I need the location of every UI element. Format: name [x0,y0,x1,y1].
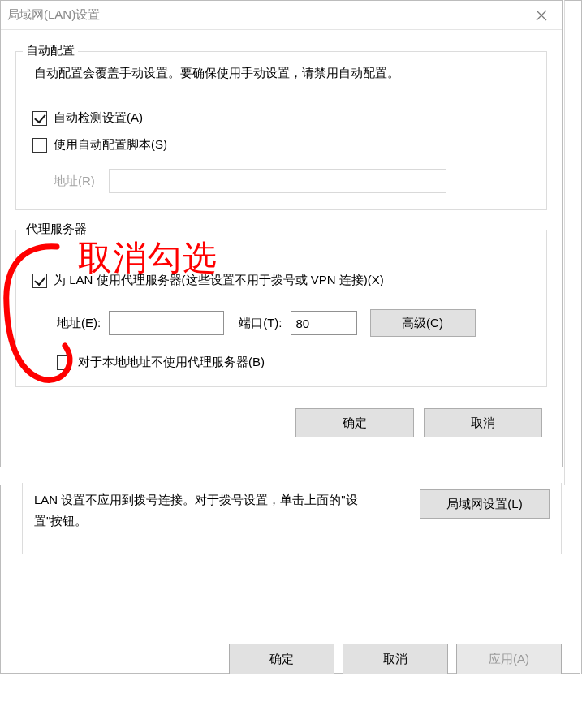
bypass-local-row[interactable]: 对于本地地址不使用代理服务器(B) [57,355,535,370]
auto-script-label: 使用自动配置脚本(S) [54,137,167,153]
parent-cancel-button[interactable]: 取消 [343,644,448,674]
bypass-local-label: 对于本地地址不使用代理服务器(B) [78,355,265,370]
parent-lan-group: LAN 设置不应用到拨号连接。对于拨号设置，单击上面的"设置"按钮。 局域网设置… [22,483,562,554]
lan-settings-button[interactable]: 局域网设置(L) [420,489,550,519]
titlebar: 局域网(LAN)设置 [1,1,562,30]
auto-detect-checkbox[interactable] [32,111,47,126]
parent-dialog-body: LAN 设置不应用到拨号连接。对于拨号设置，单击上面的"设置"按钮。 局域网设置… [0,485,580,674]
proxy-port-input[interactable] [291,311,357,335]
lan-settings-dialog: 局域网(LAN)设置 自动配置 自动配置会覆盖手动设置。要确保使用手动设置，请禁… [0,0,563,467]
use-proxy-label: 为 LAN 使用代理服务器(这些设置不用于拨号或 VPN 连接)(X) [54,273,384,288]
script-address-row: 地址(R) [54,169,535,193]
parent-lan-desc: LAN 设置不应用到拨号连接。对于拨号设置，单击上面的"设置"按钮。 [34,489,383,531]
advanced-button[interactable]: 高级(C) [370,309,476,337]
script-address-input [109,169,446,193]
proxy-address-row: 地址(E): 端口(T): 高级(C) [57,309,535,337]
dialog-title: 局域网(LAN)设置 [7,7,100,23]
bypass-local-checkbox[interactable] [57,355,71,370]
auto-config-group: 自动配置 自动配置会覆盖手动设置。要确保使用手动设置，请禁用自动配置。 自动检测… [15,51,547,210]
dialog-button-row: 确定 取消 [15,387,547,452]
proxy-group: 代理服务器 为 LAN 使用代理服务器(这些设置不用于拨号或 VPN 连接)(X… [15,230,547,387]
parent-apply-button: 应用(A) [456,644,562,674]
proxy-port-label: 端口(T): [239,316,282,331]
auto-script-checkbox[interactable] [32,138,47,153]
proxy-title: 代理服务器 [23,222,90,237]
parent-ok-button[interactable]: 确定 [229,644,334,674]
ok-button[interactable]: 确定 [295,408,414,437]
proxy-address-label: 地址(E): [57,316,101,331]
cancel-button[interactable]: 取消 [424,408,542,437]
close-button[interactable] [521,1,562,30]
proxy-address-input[interactable] [109,311,224,335]
auto-detect-label: 自动检测设置(A) [54,110,143,126]
auto-script-row[interactable]: 使用自动配置脚本(S) [32,137,535,153]
auto-config-title: 自动配置 [23,43,78,58]
script-address-label: 地址(R) [54,174,109,189]
use-proxy-row[interactable]: 为 LAN 使用代理服务器(这些设置不用于拨号或 VPN 连接)(X) [32,273,535,288]
parent-button-row: 确定 取消 应用(A) [22,554,562,674]
use-proxy-checkbox[interactable] [32,274,47,288]
close-icon [536,10,547,21]
auto-detect-row[interactable]: 自动检测设置(A) [32,110,535,126]
auto-config-desc: 自动配置会覆盖手动设置。要确保使用手动设置，请禁用自动配置。 [34,63,532,83]
